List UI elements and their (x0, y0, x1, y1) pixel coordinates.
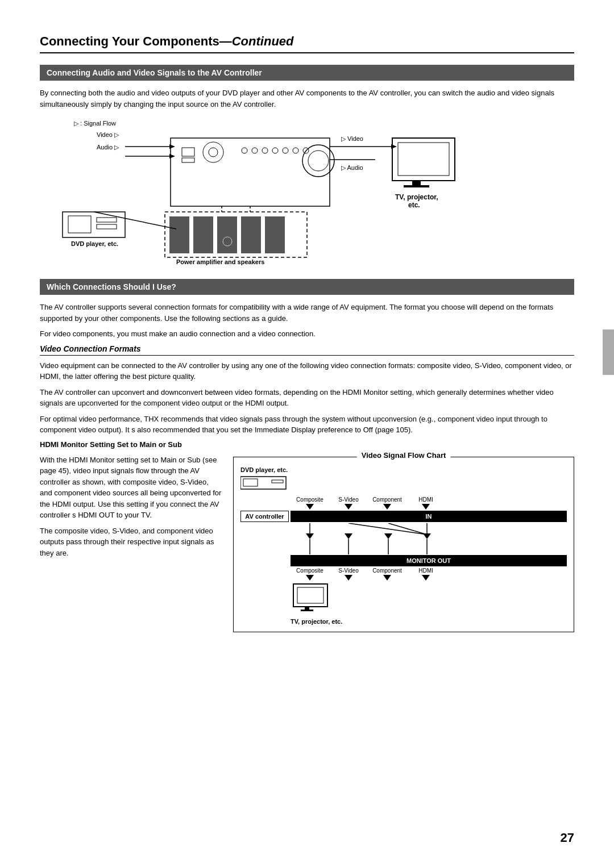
dvd-label: DVD player, etc. (240, 466, 567, 473)
svg-rect-33 (412, 181, 421, 185)
svg-point-21 (308, 151, 329, 171)
svg-line-54 (388, 523, 427, 535)
arrows-top (240, 504, 567, 510)
svg-marker-58 (384, 533, 392, 539)
svg-point-15 (262, 148, 268, 153)
svg-text:Video ▷: Video ▷ (97, 131, 119, 138)
hdmi-text-col: With the HDMI Monitor setting set to Mai… (40, 454, 222, 632)
svg-marker-56 (306, 533, 314, 539)
svg-rect-23 (169, 216, 189, 253)
svg-rect-32 (398, 143, 449, 176)
svg-text:▷ Audio: ▷ Audio (341, 164, 363, 171)
in-bar-row: AV controller IN (240, 511, 567, 522)
svg-rect-50 (243, 479, 258, 486)
hdmi-title: HDMI Monitor Setting Set to Main or Sub (40, 440, 574, 449)
svg-rect-12 (182, 158, 194, 162)
section1-header: Connecting Audio and Video Signals to th… (40, 65, 574, 81)
hdmi-para1: With the HDMI Monitor setting set to Mai… (40, 454, 222, 521)
section3-para3: For optimal video performance, THX recom… (40, 414, 574, 436)
section2-header: Which Connections Should I Use? (40, 279, 574, 295)
svg-text:(see page 20 for hookup detail: (see page 20 for hookup details) (183, 265, 273, 266)
right-tab (603, 329, 614, 375)
svg-rect-25 (217, 216, 237, 253)
section3-block: Video Connection Formats Video equipment… (40, 344, 574, 632)
section3-para1: Video equipment can be connected to the … (40, 360, 574, 382)
col-labels-bottom: Composite S-Video Component HDMI (240, 567, 567, 574)
flow-chart-title: Video Signal Flow Chart (357, 451, 451, 460)
svg-line-53 (349, 523, 427, 535)
svg-text:DVD player, etc.: DVD player, etc. (71, 240, 118, 247)
top-diagram: ▷ : Signal Flow Video ▷ Audio ▷ DVD play… (40, 115, 574, 268)
flow-chart-col: Video Signal Flow Chart DVD player, etc. (233, 454, 574, 632)
svg-text:▷ Video: ▷ Video (341, 135, 363, 142)
svg-point-16 (272, 148, 278, 153)
svg-line-48 (94, 212, 176, 229)
col-labels-top: Composite S-Video Component HDMI (240, 496, 567, 503)
svg-rect-24 (193, 216, 213, 253)
section2-para1: The AV controller supports several conne… (40, 302, 574, 324)
svg-rect-31 (392, 138, 455, 181)
svg-rect-6 (97, 224, 117, 229)
svg-text:Audio ▷: Audio ▷ (97, 144, 119, 151)
svg-point-13 (242, 148, 247, 153)
svg-rect-65 (297, 587, 323, 603)
svg-point-14 (252, 148, 258, 153)
svg-marker-57 (345, 533, 352, 539)
svg-point-10 (209, 148, 218, 157)
svg-marker-38 (169, 144, 175, 149)
svg-rect-51 (272, 480, 283, 483)
svg-point-17 (283, 148, 288, 153)
two-col-layout: With the HDMI Monitor setting set to Mai… (40, 454, 574, 632)
tv-device-bottom (240, 583, 567, 616)
svg-rect-11 (182, 148, 194, 156)
page-title: Connecting Your Components—Continued (40, 34, 574, 53)
section2-para2: For video components, you must make an a… (40, 328, 574, 340)
page-number: 27 (561, 831, 574, 845)
svg-point-9 (203, 142, 223, 162)
section1-intro: By connecting both the audio and video o… (40, 87, 574, 110)
arrows-bottom (240, 575, 567, 581)
svg-rect-67 (301, 610, 313, 611)
hdmi-section: HDMI Monitor Setting Set to Main or Sub … (40, 440, 574, 632)
svg-rect-26 (241, 216, 261, 253)
svg-rect-66 (305, 607, 309, 610)
svg-text:etc.: etc. (408, 201, 420, 209)
svg-marker-40 (169, 154, 175, 158)
conversion-arrows (291, 523, 567, 556)
svg-marker-43 (391, 144, 397, 149)
hdmi-para2: The composite video, S-Video, and compon… (40, 525, 222, 559)
svg-rect-34 (404, 185, 429, 187)
svg-text:▷ : Signal Flow: ▷ : Signal Flow (74, 120, 116, 127)
svg-rect-4 (68, 216, 91, 233)
monitor-out-bar-row: MONITOR OUT (240, 555, 567, 566)
tv-label-bottom: TV, projector, etc. (240, 618, 567, 625)
svg-rect-27 (265, 216, 285, 253)
dvd-device (240, 475, 567, 494)
section3-title: Video Connection Formats (40, 344, 574, 356)
section3-para2: The AV controller can upconvert and down… (40, 387, 574, 409)
svg-marker-59 (423, 533, 431, 539)
svg-text:Power amplifier and speakers: Power amplifier and speakers (176, 258, 264, 265)
svg-text:TV, projector,: TV, projector, (395, 193, 438, 201)
svg-point-18 (293, 148, 298, 153)
svg-rect-5 (97, 218, 117, 222)
